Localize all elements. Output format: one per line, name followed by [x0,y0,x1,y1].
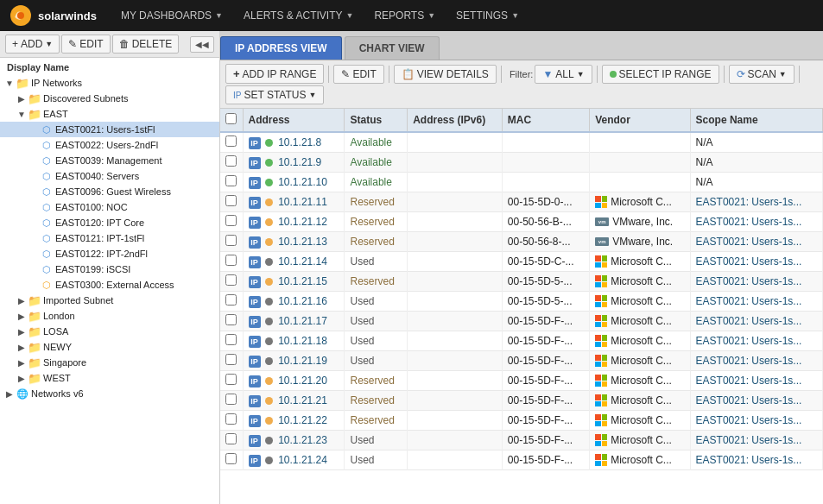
ip-address-link[interactable]: 10.1.21.9 [278,156,321,168]
row-checkbox[interactable] [225,195,237,206]
nav-settings[interactable]: SETTINGS ▼ [446,0,529,31]
scope-link[interactable]: EAST0021: Users-1s... [696,236,802,248]
tree-item-imported-subnet[interactable]: ▶ 📁 Imported Subnet [0,293,219,308]
delete-button[interactable]: 🗑 DELETE [112,35,180,54]
row-checkbox[interactable] [225,334,237,345]
view-details-button[interactable]: 📋 VIEW DETAILS [394,65,497,84]
table-row[interactable]: IP 10.1.21.9AvailableN/A [220,153,823,173]
tree-item-east0096[interactable]: ⬡ EAST0096: Guest Wireless [0,184,219,199]
scope-link[interactable]: EAST0021: Users-1s... [696,434,802,446]
tree-item-east0039[interactable]: ⬡ EAST0039: Management [0,153,219,168]
table-row[interactable]: IP 10.1.21.18Used00-15-5D-F-... Microsof… [220,331,823,351]
row-checkbox[interactable] [225,314,237,325]
table-row[interactable]: IP 10.1.21.16Used00-15-5D-5-... Microsof… [220,292,823,312]
tree-item-london[interactable]: ▶ 📁 London [0,308,219,324]
edit-button[interactable]: ✎ EDIT [61,35,110,54]
ip-address-link[interactable]: 10.1.21.23 [278,434,327,446]
tree-item-east0121[interactable]: ⬡ EAST0121: IPT-1stFl [0,230,219,246]
ip-address-link[interactable]: 10.1.21.19 [278,355,327,367]
ip-address-link[interactable]: 10.1.21.18 [278,335,327,347]
ip-address-link[interactable]: 10.1.21.16 [278,295,327,307]
tree-item-ip-networks[interactable]: ▼ 📁 IP Networks [0,75,219,91]
row-checkbox[interactable] [225,215,237,226]
nav-alerts-activity[interactable]: ALERTS & ACTIVITY ▼ [233,0,364,31]
ip-address-link[interactable]: 10.1.21.15 [278,275,327,287]
scan-button[interactable]: ⟳ SCAN ▼ [729,65,795,84]
nav-my-dashboards[interactable]: MY DASHBOARDS ▼ [111,0,233,31]
tree-item-east0100[interactable]: ⬡ EAST0100: NOC [0,199,219,215]
ip-address-link[interactable]: 10.1.21.14 [278,255,327,268]
row-checkbox[interactable] [225,433,237,444]
content-edit-button[interactable]: ✎ EDIT [333,65,383,84]
scope-link[interactable]: EAST0021: Users-1s... [696,295,802,307]
row-checkbox[interactable] [225,155,237,167]
scope-link[interactable]: EAST0021: Users-1s... [696,196,802,208]
tree-item-discovered-subnets[interactable]: ▶ 📁 Discovered Subnets [0,91,219,106]
set-status-button[interactable]: IP SET STATUS ▼ [225,85,324,104]
table-row[interactable]: IP 10.1.21.24Used00-15-5D-F-... Microsof… [220,450,823,470]
ip-address-link[interactable]: 10.1.21.20 [278,375,327,387]
ip-address-link[interactable]: 10.1.21.8 [278,136,321,148]
row-checkbox[interactable] [225,235,237,246]
ip-address-link[interactable]: 10.1.21.17 [278,315,327,327]
scope-link[interactable]: EAST0021: Users-1s... [696,355,802,367]
tree-item-east0120[interactable]: ⬡ EAST0120: IPT Core [0,215,219,230]
row-checkbox[interactable] [225,354,237,365]
ip-address-link[interactable]: 10.1.21.24 [278,454,327,466]
scope-link[interactable]: EAST0021: Users-1s... [696,394,802,406]
table-row[interactable]: IP 10.1.21.14Used00-15-5D-C-... Microsof… [220,252,823,272]
select-all-checkbox[interactable] [225,113,237,124]
tab-ip-address-view[interactable]: IP ADDRESS VIEW [220,36,342,60]
table-row[interactable]: IP 10.1.21.10AvailableN/A [220,173,823,192]
select-ip-range-button[interactable]: SELECT IP RANGE [602,65,719,84]
tree-item-east[interactable]: ▼ 📁 EAST [0,106,219,122]
scope-link[interactable]: EAST0021: Users-1s... [696,275,802,287]
ip-address-link[interactable]: 10.1.21.10 [278,176,327,188]
tree-item-east0300[interactable]: ⬡ EAST0300: External Access [0,277,219,293]
table-row[interactable]: IP 10.1.21.15Reserved00-15-5D-5-... Micr… [220,272,823,292]
tree-item-east0122[interactable]: ⬡ EAST0122: IPT-2ndFl [0,246,219,261]
tree-item-singapore[interactable]: ▶ 📁 Singapore [0,355,219,370]
tab-chart-view[interactable]: CHART VIEW [345,36,440,60]
row-checkbox[interactable] [225,294,237,306]
row-checkbox[interactable] [225,135,237,147]
ip-address-link[interactable]: 10.1.21.22 [278,414,327,426]
add-button[interactable]: + ADD ▼ [5,35,60,54]
scope-link[interactable]: EAST0021: Users-1s... [696,216,802,228]
table-row[interactable]: IP 10.1.21.19Used00-15-5D-F-... Microsof… [220,351,823,371]
add-ip-range-button[interactable]: + ADD IP RANGE [225,64,324,84]
scope-link[interactable]: EAST0021: Users-1s... [696,454,802,466]
scope-link[interactable]: EAST0021: Users-1s... [696,375,802,387]
tree-item-west[interactable]: ▶ 📁 WEST [0,370,219,386]
row-checkbox[interactable] [225,255,237,266]
table-row[interactable]: IP 10.1.21.13Reserved00-50-56-8-... vm V… [220,232,823,252]
tree-item-newy[interactable]: ▶ 📁 NEWY [0,339,219,355]
nav-reports[interactable]: REPORTS ▼ [364,0,446,31]
row-checkbox[interactable] [225,413,237,425]
filter-all-dropdown[interactable]: ▼ ALL ▼ [535,65,592,84]
row-checkbox[interactable] [225,274,237,286]
tree-item-networks-v6[interactable]: ▶ 🌐 Networks v6 [0,386,219,401]
table-row[interactable]: IP 10.1.21.23Used00-15-5D-F-... Microsof… [220,431,823,450]
tree-item-east0021[interactable]: ⬡ EAST0021: Users-1stFl [0,122,219,137]
table-row[interactable]: IP 10.1.21.12Reserved00-50-56-B-... vm V… [220,212,823,232]
table-row[interactable]: IP 10.1.21.8AvailableN/A [220,132,823,153]
scope-link[interactable]: EAST0021: Users-1s... [696,255,802,268]
ip-address-link[interactable]: 10.1.21.12 [278,216,327,228]
row-checkbox[interactable] [225,394,237,405]
table-row[interactable]: IP 10.1.21.11Reserved00-15-5D-0-... Micr… [220,192,823,212]
tree-item-losa[interactable]: ▶ 📁 LOSA [0,324,219,339]
table-row[interactable]: IP 10.1.21.17Used00-15-5D-F-... Microsof… [220,312,823,331]
ip-address-link[interactable]: 10.1.21.11 [278,196,327,208]
tree-item-east0040[interactable]: ⬡ EAST0040: Servers [0,168,219,184]
ip-address-link[interactable]: 10.1.21.13 [278,236,327,248]
sidebar-collapse-button[interactable]: ◀◀ [190,36,214,53]
row-checkbox[interactable] [225,453,237,464]
tree-item-east0022[interactable]: ⬡ EAST0022: Users-2ndFl [0,137,219,153]
table-row[interactable]: IP 10.1.21.20Reserved00-15-5D-F-... Micr… [220,371,823,391]
ip-address-link[interactable]: 10.1.21.21 [278,394,327,406]
row-checkbox[interactable] [225,175,237,186]
tree-item-east0199[interactable]: ⬡ EAST0199: iSCSI [0,261,219,277]
scope-link[interactable]: EAST0021: Users-1s... [696,315,802,327]
table-row[interactable]: IP 10.1.21.21Reserved00-15-5D-F-... Micr… [220,391,823,411]
